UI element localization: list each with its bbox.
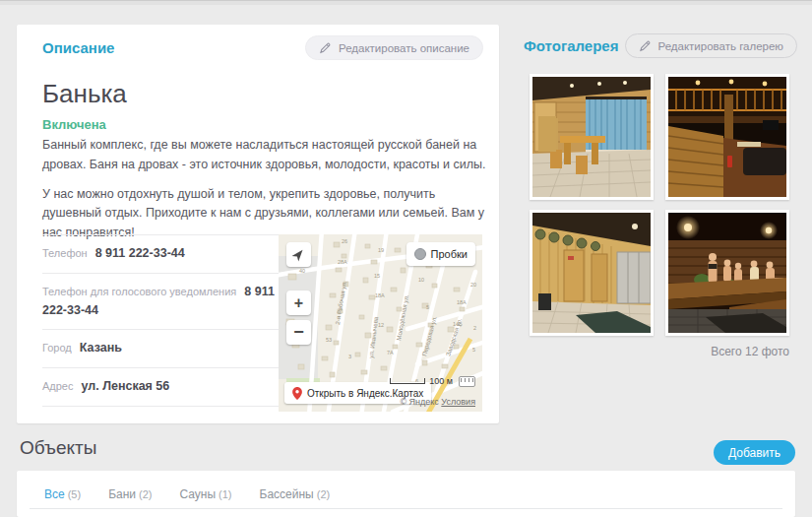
tab-count: (5) (68, 488, 81, 500)
house-number: 5 (426, 304, 429, 310)
objects-tabs: Все(5) Бани(2) Сауны(1) Бассейны(2) (17, 471, 795, 501)
gallery-header: Фотогалерея (524, 37, 618, 54)
house-number: 26 (342, 238, 347, 244)
field-voice-phone: Телефон для голосового уведомления8 911 … (42, 273, 294, 330)
map-zoom-out-button[interactable]: − (286, 320, 311, 345)
description-paragraph: Банный комплекс, где вы можете насладить… (42, 136, 490, 175)
contact-fields: Телефон8 911 222-33-44 Телефон для голос… (42, 234, 294, 407)
map-copyright: © Яндекс Условия (400, 397, 475, 407)
traffic-icon (414, 248, 426, 260)
map-scale: 100 м (390, 376, 453, 386)
house-number: 12 (378, 322, 384, 328)
field-label: Адрес (42, 380, 74, 392)
photo-art (668, 213, 786, 333)
gallery-total-count: Всего 12 фото (530, 345, 789, 358)
description-header: Описание (42, 39, 114, 56)
copyright-label: © Яндекс (400, 397, 438, 407)
ruler-icon[interactable] (459, 376, 475, 387)
house-number: 28А (338, 259, 347, 265)
tab-count: (1) (219, 488, 231, 500)
house-number: 15 (374, 273, 380, 279)
geolocation-icon (291, 247, 306, 262)
edit-gallery-label: Редактировать галерею (658, 40, 784, 52)
scale-line (390, 378, 425, 384)
yandex-map[interactable]: 2-я Рабочая ул. ул. Иванычева Молодёжная… (279, 234, 482, 412)
field-phone: Телефон8 911 222-33-44 (42, 234, 294, 273)
field-value: 8 911 222-33-44 (95, 246, 185, 260)
gallery-photo-3[interactable] (530, 210, 654, 336)
tab-all[interactable]: Все(5) (44, 487, 81, 501)
status-badge: Включена (42, 117, 106, 132)
map-pin-icon (292, 387, 302, 400)
tab-saunas[interactable]: Сауны(1) (179, 487, 231, 501)
page: Описание Редактировать описание Банька В… (0, 0, 812, 517)
tab-label: Сауны (179, 487, 216, 501)
tab-label: Бани (108, 487, 136, 501)
traffic-label: Пробки (431, 248, 468, 260)
traffic-button[interactable]: Пробки (406, 242, 475, 266)
map-zoom-in-button[interactable]: + (286, 291, 311, 315)
field-label: Телефон для голосового уведомления (42, 286, 236, 297)
geolocation-button[interactable] (286, 242, 311, 267)
tab-label: Бассейны (260, 487, 314, 501)
tab-pools[interactable]: Бассейны(2) (260, 487, 331, 501)
objects-header: Объекты (20, 437, 96, 459)
tab-count: (2) (139, 488, 152, 500)
field-city: ГородКазань (42, 329, 294, 367)
house-number: 18А (375, 292, 385, 298)
field-value: ул. Ленская 56 (82, 379, 170, 393)
edit-description-button[interactable]: Редактировать описание (305, 35, 483, 60)
house-number: 7А (387, 350, 394, 355)
add-object-button[interactable]: Добавить (714, 440, 795, 465)
top-border (0, 0, 812, 5)
venue-title: Банька (42, 79, 127, 109)
field-label: Город (42, 342, 72, 354)
house-number: 3 (348, 354, 351, 359)
field-label: Телефон (42, 247, 88, 259)
pencil-icon (639, 39, 652, 52)
photo-art (668, 77, 786, 197)
house-number: 20 (470, 282, 476, 288)
house-number: 19 (378, 247, 384, 253)
gallery-photo-4[interactable] (665, 210, 789, 336)
gallery-photo-2[interactable] (665, 74, 789, 200)
objects-card: Все(5) Бани(2) Сауны(1) Бассейны(2) (17, 471, 795, 517)
tab-label: Все (44, 487, 65, 501)
pencil-icon (319, 41, 332, 54)
house-number: 5 (472, 347, 475, 353)
house-number: 40 (299, 268, 305, 274)
photo-art (532, 77, 651, 197)
tab-banyas[interactable]: Бани(2) (108, 487, 152, 501)
photo-art (532, 213, 651, 333)
description-card: Описание Редактировать описание Банька В… (17, 25, 499, 423)
edit-description-label: Редактировать описание (339, 42, 469, 54)
field-address: Адресул. Ленская 56 (42, 367, 294, 407)
tabs-divider (30, 508, 782, 509)
gallery-photo-1[interactable] (530, 74, 654, 200)
scale-label: 100 м (429, 376, 453, 386)
field-value: Казань (80, 341, 122, 355)
house-number: 14Б (453, 321, 463, 327)
tab-count: (2) (317, 488, 330, 500)
house-number: 2 (473, 325, 476, 331)
house-number: 10 (418, 277, 424, 283)
terms-link[interactable]: Условия (441, 397, 475, 407)
edit-gallery-button[interactable]: Редактировать галерею (625, 33, 798, 58)
house-number: 53 (326, 337, 332, 343)
house-number: 18А (457, 299, 467, 305)
